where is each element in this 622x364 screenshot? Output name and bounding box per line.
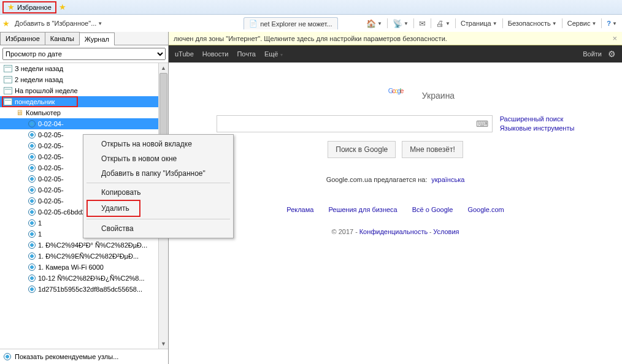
language-tools-link[interactable]: Языковые инструменты: [500, 124, 575, 132]
tab-favorites[interactable]: Избранное: [0, 32, 45, 45]
feeling-lucky-button[interactable]: Мне повезёт!: [402, 141, 463, 158]
favorites-label: Избранное: [17, 4, 52, 11]
history-entry[interactable]: 0-02-04-: [0, 118, 168, 129]
gbar-more[interactable]: Ещё ▾: [264, 50, 283, 58]
history-entry[interactable]: 1. Ð%C2%94Ð²Ð° Ñ%C2%82ÐµÐ...: [0, 240, 168, 251]
ie-icon: [4, 353, 11, 360]
ie-icon: [28, 286, 36, 293]
signin-link[interactable]: Войти: [583, 50, 602, 58]
history-group[interactable]: З недели назад: [0, 63, 168, 74]
cm-properties[interactable]: Свойства: [85, 221, 231, 236]
copyright: © 2017 - Конфиденциальность - Условия: [332, 228, 459, 235]
chevron-down-icon: ▾: [280, 52, 283, 58]
history-entry[interactable]: 1. Камера Wi-Fi 6000: [0, 262, 168, 273]
gbar-youtube[interactable]: uTube: [175, 50, 194, 58]
security-infobar[interactable]: лючен для зоны "Интернет". Щелкните здес…: [169, 32, 622, 45]
ie-icon: [28, 197, 36, 205]
privacy-link[interactable]: Конфиденциальность: [359, 228, 428, 235]
ie-icon: [28, 164, 36, 172]
history-group-monday[interactable]: понедельник: [0, 96, 168, 107]
favorites-button[interactable]: ★ Избранное: [2, 1, 56, 13]
context-menu: Открыть на новой вкладке Открыть в новом…: [83, 134, 234, 238]
ie-icon: [28, 264, 36, 271]
ie-icon: [28, 120, 36, 127]
mail-icon: ✉: [419, 19, 426, 28]
footer-links: Реклама Решения для бизнеса Всё о Google…: [286, 206, 504, 213]
gbar-mail[interactable]: Почта: [237, 50, 256, 58]
history-computer[interactable]: 🖥Компьютер: [0, 107, 168, 118]
google-logo: Google: [388, 87, 403, 94]
tab-history[interactable]: Журнал: [79, 32, 115, 45]
ie-page-icon: 📄: [249, 20, 258, 28]
page-content: лючен для зоны "Интернет". Щелкните здес…: [169, 32, 622, 364]
search-input[interactable]: ⌨: [217, 115, 493, 132]
google-com-link[interactable]: Google.com: [467, 206, 504, 213]
calendar-icon: [4, 87, 12, 94]
about-link[interactable]: Всё о Google: [412, 206, 453, 213]
help-button[interactable]: ?▼: [604, 18, 620, 28]
add-to-favorites-button[interactable]: Добавить в "Избранное"... ▼: [12, 18, 105, 28]
search-side-links: Расширенный поиск Языковые инструменты: [500, 115, 575, 132]
print-icon: 🖨: [436, 19, 444, 28]
star-icon: ★: [2, 19, 10, 28]
sidebar-tabs: Избранное Каналы Журнал: [0, 32, 168, 45]
home-icon: 🏠: [366, 19, 376, 28]
calendar-icon: [4, 76, 12, 83]
tab-strip: 📄 net Explorer не может...: [244, 17, 337, 29]
logo-subtitle: Украина: [422, 91, 455, 100]
security-menu[interactable]: Безопасность▼: [505, 18, 559, 28]
ie-icon: [28, 241, 36, 249]
keyboard-icon[interactable]: ⌨: [476, 119, 488, 129]
gear-icon[interactable]: ⚙: [608, 49, 616, 59]
google-search-button[interactable]: Поиск в Google: [328, 141, 396, 158]
history-group[interactable]: 2 недели назад: [0, 74, 168, 85]
gbar-news[interactable]: Новости: [202, 50, 229, 58]
ie-icon: [28, 153, 36, 161]
chevron-down-icon: ▼: [98, 21, 102, 26]
computer-icon: 🖥: [16, 108, 23, 117]
add-favorite-icon[interactable]: ★: [59, 2, 66, 12]
scroll-down-icon[interactable]: ▼: [159, 339, 168, 349]
cm-delete[interactable]: Удалить: [86, 200, 140, 217]
help-icon: ?: [607, 20, 611, 27]
page-menu[interactable]: Страница▼: [458, 18, 500, 28]
cm-open-window[interactable]: Открыть в новом окне: [85, 151, 231, 166]
advanced-search-link[interactable]: Расширенный поиск: [500, 115, 575, 123]
print-button[interactable]: 🖨▼: [434, 18, 453, 29]
ie-icon: [28, 131, 36, 138]
history-entry[interactable]: 1. Ð%C2%9EÑ%C2%82Ð²ÐµÐ...: [0, 251, 168, 262]
cm-open-tab[interactable]: Открыть на новой вкладке: [85, 137, 231, 151]
home-button[interactable]: 🏠▼: [364, 18, 385, 29]
offer-lang-link[interactable]: українська: [431, 176, 464, 183]
tab-channels[interactable]: Каналы: [45, 32, 80, 45]
ie-icon: [28, 252, 36, 260]
toolbar: ★ Добавить в "Избранное"... ▼ 📄 net Expl…: [0, 15, 622, 32]
star-icon: ★: [7, 2, 15, 12]
google-home: Google Украина ⌨ Расширенный поиск Языко…: [169, 63, 622, 364]
close-icon[interactable]: ×: [612, 34, 617, 43]
feeds-button[interactable]: 📡▼: [390, 18, 411, 29]
ie-icon: [28, 142, 36, 150]
history-group[interactable]: На прошлой неделе: [0, 85, 168, 96]
language-offer: Google.com.ua предлагается на: українськ…: [326, 175, 465, 184]
business-link[interactable]: Решения для бизнеса: [328, 206, 397, 213]
cm-copy[interactable]: Копировать: [85, 185, 231, 200]
ads-link[interactable]: Реклама: [286, 206, 313, 213]
cm-add-favorite[interactable]: Добавить в папку "Избранное": [85, 166, 231, 181]
sidebar-footer[interactable]: Показать рекомендуемые узлы...: [0, 349, 168, 364]
terms-link[interactable]: Условия: [433, 228, 459, 235]
calendar-icon: [4, 98, 12, 105]
history-entry[interactable]: 10-12 Ñ%C2%82Ð¾Ð¿Ñ%C2%8...: [0, 273, 168, 284]
ie-icon: [28, 230, 36, 238]
history-entry[interactable]: 1d2751b5955c32df8a85dc55658...: [0, 284, 168, 295]
google-bar: uTube Новости Почта Ещё ▾ Войти ⚙: [169, 45, 622, 63]
favorites-bar: ★ Избранное ★: [0, 0, 622, 15]
scroll-up-icon[interactable]: ▲: [159, 63, 168, 73]
rss-icon: 📡: [393, 19, 402, 28]
ie-icon: [28, 175, 36, 183]
ie-icon: [28, 219, 36, 227]
history-filter-select[interactable]: Просмотр по дате: [2, 48, 166, 60]
browser-tab[interactable]: 📄 net Explorer не может...: [244, 17, 337, 29]
tools-menu[interactable]: Сервис▼: [565, 18, 599, 28]
mail-button[interactable]: ✉: [417, 18, 428, 29]
